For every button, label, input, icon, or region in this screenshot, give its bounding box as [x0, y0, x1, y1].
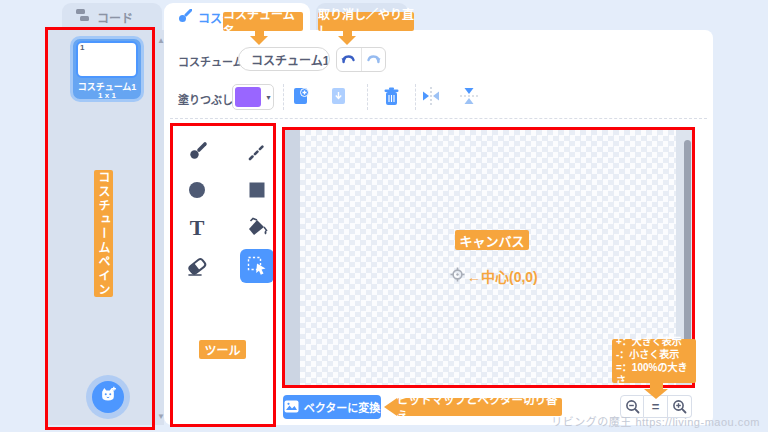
select-tool-button[interactable] — [240, 249, 274, 283]
undo-redo-group — [336, 47, 386, 72]
costume-name-input[interactable] — [238, 47, 330, 71]
copy-button[interactable] — [291, 86, 311, 106]
zoom-in-icon — [672, 399, 687, 414]
costume-card-size: 1 x 1 — [70, 91, 144, 100]
scroll-up-icon[interactable]: ▲ — [157, 36, 165, 45]
brush-tool-button[interactable] — [180, 135, 214, 169]
tab-code[interactable]: コード — [62, 3, 162, 31]
brush-tool-icon — [186, 141, 208, 163]
eraser-tool-button[interactable] — [180, 249, 214, 283]
circle-tool-button[interactable] — [180, 173, 214, 207]
paintbrush-icon — [178, 9, 192, 26]
flip-vertical-button[interactable] — [459, 86, 479, 106]
callout-costume-pane: コスチュームペイン — [94, 170, 113, 297]
paste-icon — [330, 87, 348, 106]
flip-horizontal-icon — [421, 86, 441, 106]
divider — [367, 84, 368, 110]
costume-field-label: コスチューム — [178, 53, 244, 69]
divider — [415, 84, 416, 110]
dropdown-caret-icon: ▼ — [265, 94, 272, 101]
fill-color-swatch — [235, 87, 261, 107]
callout-arrow-left — [384, 398, 397, 416]
circle-tool-icon — [186, 179, 208, 201]
costume-thumbnail[interactable] — [76, 41, 138, 78]
tab-code-label: コード — [97, 9, 133, 26]
fill-color-control[interactable]: ▼ — [232, 84, 274, 110]
undo-button[interactable] — [337, 48, 361, 71]
callout-arrow-down — [250, 36, 268, 45]
callout-zoom-keys: +：大きく表示 -：小さく表示 =：100%の大きさ — [612, 339, 696, 383]
callout-costume-name: コスチューム名 — [223, 12, 303, 31]
zoom-out-icon — [625, 399, 640, 414]
convert-to-vector-button[interactable]: ベクターに変換 — [283, 395, 381, 419]
canvas-center-crosshair-icon — [450, 267, 465, 286]
line-tool-button[interactable] — [240, 135, 274, 169]
divider — [170, 118, 707, 119]
select-tool-icon — [246, 255, 268, 277]
fill-field-label: 塗りつぶし — [178, 91, 233, 107]
callout-arrow-down — [338, 36, 356, 45]
callout-canvas: キャンバス — [455, 230, 529, 250]
canvas-scrollbar[interactable] — [684, 140, 691, 350]
rectangle-tool-icon — [246, 179, 268, 201]
flip-vertical-icon — [459, 86, 479, 106]
scroll-down-icon[interactable]: ▼ — [157, 412, 165, 421]
cat-plus-icon — [98, 385, 118, 409]
zoom-reset-label: = — [652, 399, 660, 414]
fill-tool-button[interactable] — [240, 211, 274, 245]
redo-button[interactable] — [361, 48, 386, 71]
line-tool-icon — [246, 141, 268, 163]
flip-horizontal-button[interactable] — [421, 86, 441, 106]
zoom-keys-line1: +：大きく表示 — [616, 335, 682, 348]
rectangle-tool-button[interactable] — [240, 173, 274, 207]
copy-icon — [292, 87, 310, 106]
redo-icon — [366, 51, 381, 69]
add-costume-button[interactable] — [92, 381, 124, 413]
convert-button-label: ベクターに変換 — [304, 399, 381, 415]
paste-button[interactable] — [329, 86, 349, 106]
callout-mode-switch: ビットマップとベクター切り替え — [397, 398, 562, 416]
image-icon — [284, 400, 299, 415]
text-tool-icon: T — [190, 217, 205, 239]
divider — [283, 84, 284, 110]
watermark: リビングの魔王 https://living-maou.com — [551, 413, 760, 429]
callout-tools: ツール — [199, 340, 246, 359]
fill-tool-icon — [245, 217, 269, 239]
costume-index: 1 — [80, 43, 84, 52]
zoom-keys-line2: -：小さく表示 — [616, 348, 679, 361]
callout-arrow-down — [644, 389, 668, 399]
eraser-tool-icon — [185, 254, 209, 278]
canvas-margin-left — [285, 130, 300, 386]
code-blocks-icon — [76, 9, 91, 25]
text-tool-button[interactable]: T — [180, 211, 214, 245]
undo-icon — [341, 51, 356, 69]
callout-undo-redo: 取り消し／やり直し — [318, 12, 414, 31]
trash-icon — [383, 87, 400, 106]
delete-button[interactable] — [381, 86, 401, 106]
center-note: ←中心(0,0) — [467, 266, 538, 286]
